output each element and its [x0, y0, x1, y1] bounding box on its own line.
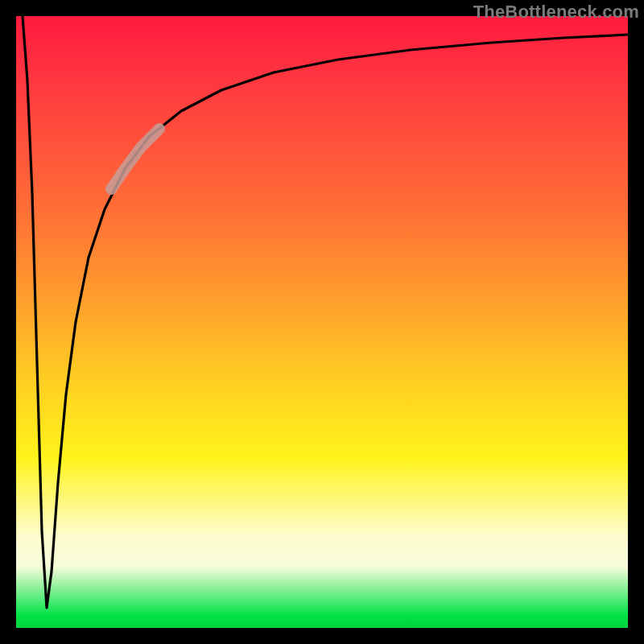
highlight-segment: [111, 129, 159, 189]
bottleneck-curve: [23, 16, 628, 608]
chart-container: TheBottleneck.com: [0, 0, 644, 644]
watermark-text: TheBottleneck.com: [473, 2, 639, 23]
chart-curve-layer: [16, 16, 628, 628]
